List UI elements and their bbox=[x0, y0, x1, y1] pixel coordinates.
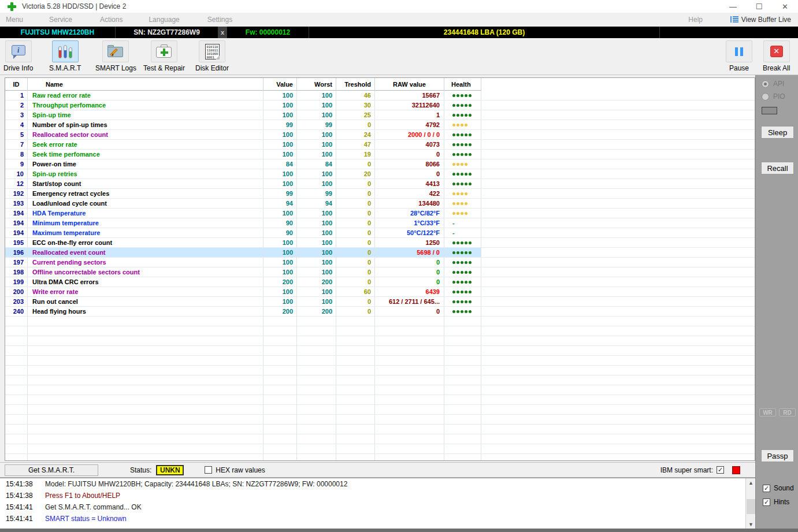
empty-cell bbox=[336, 395, 375, 405]
attr-name: Current pending sectors bbox=[28, 258, 263, 267]
log-scrollbar[interactable]: ▲ ▼ bbox=[745, 478, 755, 529]
table-row[interactable]: 194Maximum temperature90100050°C/122°F- bbox=[5, 228, 755, 238]
attr-raw-value: 4073 bbox=[375, 140, 444, 150]
table-row[interactable]: 194HDA Temperature100100028°C/82°F bbox=[5, 209, 755, 218]
empty-cell bbox=[375, 356, 444, 366]
column-header-name[interactable]: Name bbox=[28, 78, 263, 91]
attr-name: Emergency retract cycles bbox=[28, 189, 263, 199]
table-row[interactable]: 3Spin-up time100100251 bbox=[5, 110, 755, 120]
table-row[interactable]: 194Minimum temperature9010001°C/33°F- bbox=[5, 218, 755, 228]
attr-treshold: 20 bbox=[336, 169, 375, 179]
table-row[interactable]: 198Offline uncorrectable sectors count10… bbox=[5, 267, 755, 277]
attr-treshold: 0 bbox=[336, 159, 375, 169]
test-repair-button[interactable]: Test & Repair bbox=[143, 40, 185, 72]
attr-health: - bbox=[444, 228, 481, 238]
get-smart-button[interactable]: Get S.M.A.R.T. bbox=[5, 464, 98, 476]
disk-editor-button[interactable]: 0101101100111010000001 Disk Editor bbox=[195, 40, 229, 72]
column-header-id[interactable]: ID bbox=[5, 78, 28, 91]
health-dot-icon bbox=[469, 310, 472, 313]
empty-cell bbox=[28, 415, 263, 425]
column-header-raw-value[interactable]: RAW value bbox=[375, 78, 444, 91]
view-buffer-live-button[interactable]: View Buffer Live bbox=[730, 16, 791, 24]
pio-radio[interactable]: PIO bbox=[762, 92, 785, 101]
rd-button[interactable]: RD bbox=[779, 408, 796, 416]
wr-button[interactable]: WR bbox=[759, 408, 776, 416]
menu-item-menu[interactable]: Menu bbox=[6, 16, 23, 24]
empty-cell bbox=[5, 415, 28, 425]
health-dot-icon bbox=[469, 300, 472, 303]
column-header-worst[interactable]: Worst bbox=[297, 78, 336, 91]
health-dot-icon bbox=[465, 104, 467, 107]
empty-cell bbox=[375, 415, 444, 425]
empty-cell bbox=[297, 366, 336, 375]
attr-raw-value: 612 / 2711 / 645... bbox=[375, 297, 444, 307]
empty-cell bbox=[481, 405, 755, 415]
attr-treshold: 0 bbox=[336, 238, 375, 248]
ibm-super-smart-checkbox[interactable]: IBM super smart: ✓ bbox=[660, 466, 740, 474]
table-row[interactable]: 200Write error rate100100606439 bbox=[5, 287, 755, 297]
table-row[interactable]: 192Emergency retract cycles99990422 bbox=[5, 189, 755, 199]
empty-cell bbox=[444, 405, 481, 415]
health-dot-icon bbox=[469, 143, 472, 146]
column-header-value[interactable]: Value bbox=[263, 78, 297, 91]
close-button[interactable]: ✕ bbox=[772, 0, 798, 13]
attr-treshold: 47 bbox=[336, 140, 375, 150]
maximize-button[interactable]: ☐ bbox=[746, 0, 772, 13]
menu-item-service[interactable]: Service bbox=[49, 16, 72, 24]
table-row[interactable]: 196Reallocated event count10010005698 / … bbox=[5, 248, 755, 258]
table-row[interactable]: 12Start/stop count10010004413 bbox=[5, 179, 755, 189]
smart-logs-button[interactable]: SMART Logs bbox=[95, 40, 136, 72]
table-row[interactable]: 195ECC on-the-fly error count10010001250 bbox=[5, 238, 755, 248]
table-row[interactable]: 9Power-on time848408066 bbox=[5, 159, 755, 169]
recall-button[interactable]: Recall bbox=[761, 162, 794, 174]
table-row[interactable]: 193Load/unload cycle count94940134480 bbox=[5, 199, 755, 209]
table-row[interactable]: 203Run out cancel1001000612 / 2711 / 645… bbox=[5, 297, 755, 307]
scroll-up-icon[interactable]: ▲ bbox=[746, 478, 756, 488]
menu-item-settings[interactable]: Settings bbox=[207, 16, 232, 24]
attr-treshold: 0 bbox=[336, 267, 375, 277]
table-row[interactable]: 1Raw read error rate1001004615667 bbox=[5, 91, 755, 101]
scroll-down-icon[interactable]: ▼ bbox=[746, 520, 756, 529]
table-row[interactable]: 7Seek error rate100100474073 bbox=[5, 140, 755, 150]
minimize-button[interactable]: — bbox=[720, 0, 746, 13]
health-dot-icon bbox=[465, 300, 467, 303]
table-row[interactable]: 10Spin-up retries100100200 bbox=[5, 169, 755, 179]
device-tab-close-button[interactable]: x bbox=[218, 27, 227, 38]
hex-raw-values-checkbox[interactable]: HEX raw values bbox=[205, 466, 265, 474]
table-row[interactable]: 197Current pending sectors10010000 bbox=[5, 258, 755, 267]
sleep-button[interactable]: Sleep bbox=[761, 126, 794, 139]
attr-treshold: 0 bbox=[336, 189, 375, 199]
menu-bar: Menu Service Actions Language Settings H… bbox=[0, 13, 798, 27]
hints-checkbox[interactable]: ✓ Hints bbox=[763, 498, 789, 506]
victoria-app-window: Victoria 5.28 HDD/SSD | Device 2 — ☐ ✕ M… bbox=[0, 0, 798, 532]
health-dot-icon bbox=[465, 251, 467, 254]
empty-cell bbox=[263, 395, 297, 405]
table-row[interactable]: 2Throughput perfomance1001003032112640 bbox=[5, 101, 755, 110]
attr-name: Seek time perfomance bbox=[28, 150, 263, 159]
table-row[interactable]: 4Number of spin-up times999904792 bbox=[5, 120, 755, 130]
table-row[interactable]: 8Seek time perfomance100100190 bbox=[5, 150, 755, 159]
table-row[interactable]: 240Head flying hours20020000 bbox=[5, 307, 755, 317]
drive-info-button[interactable]: i Drive Info bbox=[3, 40, 33, 72]
empty-table-row bbox=[5, 375, 755, 385]
attr-worst: 100 bbox=[297, 228, 336, 238]
table-row[interactable]: 199Ultra DMA CRC errors20020000 bbox=[5, 277, 755, 287]
attr-id: 5 bbox=[5, 130, 28, 140]
attr-name: Load/unload cycle count bbox=[28, 199, 263, 209]
passp-button[interactable]: Passp bbox=[761, 449, 794, 462]
sound-checkbox[interactable]: ✓ Sound bbox=[763, 484, 794, 492]
menu-item-help[interactable]: Help bbox=[688, 16, 703, 24]
smart-button[interactable]: S.M.A.R.T bbox=[49, 40, 81, 72]
column-header-health[interactable]: Health bbox=[444, 78, 481, 91]
menu-item-language[interactable]: Language bbox=[149, 16, 179, 24]
scroll-thumb[interactable] bbox=[747, 499, 755, 514]
health-dot-icon bbox=[452, 241, 455, 244]
attr-health bbox=[444, 209, 481, 218]
api-radio[interactable]: API bbox=[762, 80, 784, 88]
column-header-treshold[interactable]: Treshold bbox=[336, 78, 375, 91]
break-all-button[interactable]: ✕ Break All bbox=[763, 40, 790, 72]
menu-item-actions[interactable]: Actions bbox=[100, 16, 123, 24]
attr-worst: 200 bbox=[297, 307, 336, 317]
table-row[interactable]: 5Reallocated sector count100100242000 / … bbox=[5, 130, 755, 140]
pause-button[interactable]: Pause bbox=[726, 40, 752, 72]
